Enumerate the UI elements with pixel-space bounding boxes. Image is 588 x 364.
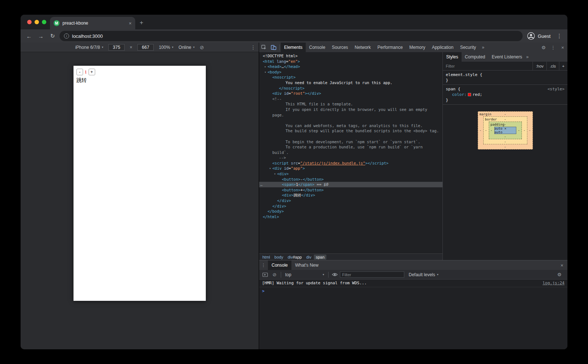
forward-button[interactable]: → — [36, 31, 46, 41]
eye-icon[interactable] — [330, 273, 339, 277]
dom-tree-node[interactable]: <!-- — [259, 96, 442, 102]
styles-tab-styles[interactable]: Styles — [443, 52, 462, 62]
log-levels-select[interactable]: Default levels ▾ — [405, 272, 442, 277]
dom-tree-node[interactable]: ▾<body> — [259, 69, 442, 75]
rotate-icon[interactable]: ⊘ — [200, 44, 204, 50]
disclosure-arrow-icon[interactable]: ▾ — [263, 70, 267, 75]
minimize-window-button[interactable] — [35, 20, 39, 24]
console-drawer-tab-what-s-new[interactable]: What's New — [291, 260, 322, 270]
dom-tree-node[interactable]: To begin the development, run `npm start… — [259, 139, 442, 145]
address-bar[interactable]: i localhost:3000 — [60, 31, 523, 41]
device-toolbar-toggle-icon[interactable] — [269, 43, 278, 52]
console-drawer-tab-console[interactable]: Console — [268, 260, 291, 270]
devtools-tab-network[interactable]: Network — [351, 43, 374, 52]
settings-gear-icon[interactable]: ⚙ — [539, 43, 548, 52]
dom-tree-node[interactable]: </body> — [259, 209, 442, 214]
devtools-tab-memory[interactable]: Memory — [406, 43, 429, 52]
breadcrumb-item[interactable]: div#app — [286, 255, 304, 260]
css-rule[interactable]: element.style {} — [443, 71, 567, 85]
device-width-input[interactable] — [108, 44, 125, 51]
dom-tree-node[interactable]: If you open it directly in the browser, … — [259, 107, 442, 112]
throttle-select[interactable]: Online ▾ — [179, 45, 195, 50]
devtools-tab-elements[interactable]: Elements — [281, 43, 306, 52]
toggle-class-button[interactable]: .cls — [546, 62, 559, 71]
browser-menu-icon[interactable]: ⋮ — [555, 33, 564, 39]
devtools-tab-console[interactable]: Console — [306, 43, 329, 52]
back-button[interactable]: ← — [24, 31, 34, 41]
dom-tree-node[interactable]: The build step will place the bundled sc… — [259, 128, 442, 134]
devtools-tab-application[interactable]: Application — [429, 43, 457, 52]
dom-tree-node[interactable]: </noscript> — [259, 86, 442, 91]
dom-tree-node[interactable]: </div> — [259, 203, 442, 209]
profile-button[interactable]: Guest — [525, 32, 553, 40]
rule-source-link[interactable]: <style> — [548, 86, 564, 92]
dom-tree-node[interactable]: page. — [259, 112, 442, 118]
zoom-select[interactable]: 100% ▾ — [159, 45, 173, 50]
inspect-element-icon[interactable] — [259, 43, 269, 52]
dom-tree-node[interactable]: You can add webfonts, meta tags, or anal… — [259, 123, 442, 129]
dom-tree-node[interactable]: ▾<div id="app"> — [259, 166, 442, 171]
drawer-menu-icon[interactable]: ⋮ — [259, 263, 268, 268]
dom-tree-node[interactable]: To create a production bundle, use `npm … — [259, 144, 442, 150]
browser-tab[interactable]: M preact-kbone × — [50, 17, 135, 29]
devtools-menu-icon[interactable]: ⋮ — [548, 43, 558, 52]
console-context-select[interactable]: top ▾ — [283, 272, 326, 277]
breadcrumb-item[interactable]: body — [273, 255, 285, 260]
dom-tree-node[interactable]: <button>+</button> — [259, 187, 442, 193]
console-settings-gear-icon[interactable]: ⚙ — [555, 272, 564, 277]
dom-tree-node[interactable]: <div>跳转</div> — [259, 192, 442, 198]
css-property[interactable]: color:red; — [446, 92, 564, 97]
jump-link[interactable]: 跳转 — [76, 77, 203, 84]
more-tabs-icon[interactable]: » — [479, 45, 487, 50]
device-height-input[interactable] — [137, 44, 154, 51]
breadcrumb-item[interactable]: html — [261, 255, 272, 260]
console-prompt[interactable]: > — [259, 287, 567, 295]
breadcrumb-item[interactable]: div — [304, 255, 313, 260]
dom-tree-node[interactable]: --> — [259, 155, 442, 161]
dom-tree-node[interactable]: <!DOCTYPE html> — [259, 53, 442, 59]
decrement-button[interactable]: - — [76, 69, 83, 75]
disclosure-arrow-icon[interactable]: ▸ — [263, 64, 267, 70]
drawer-close-icon[interactable]: × — [556, 263, 567, 268]
devtools-close-icon[interactable]: × — [558, 43, 567, 52]
dom-tree-node[interactable] — [259, 118, 442, 123]
reload-button[interactable]: ↻ — [48, 31, 57, 41]
css-rule[interactable]: <style>span {color:red;} — [443, 85, 567, 105]
dom-tree-node[interactable]: …<span>1</span> == $0 — [259, 182, 442, 187]
dom-tree-node[interactable]: <noscript> — [259, 75, 442, 80]
dom-tree-node[interactable]: build`. — [259, 150, 442, 155]
styles-tab-computed[interactable]: Computed — [462, 52, 488, 62]
devtools-tab-security[interactable]: Security — [457, 43, 479, 52]
tab-close-icon[interactable]: × — [129, 21, 132, 26]
new-tab-button[interactable]: + — [140, 19, 143, 26]
page-info-icon[interactable]: i — [64, 33, 69, 39]
maximize-window-button[interactable] — [42, 20, 46, 24]
dom-tree-node[interactable]: <div id="root"></div> — [259, 91, 442, 96]
devtools-tab-sources[interactable]: Sources — [329, 43, 351, 52]
styles-filter-input[interactable] — [443, 62, 533, 70]
log-source-link[interactable]: log.js:24 — [542, 281, 564, 285]
console-sidebar-toggle-icon[interactable] — [261, 273, 269, 277]
styles-tab-event-listeners[interactable]: Event Listeners — [488, 52, 526, 62]
styles-more-tabs-icon[interactable]: » — [526, 54, 529, 60]
device-toolbar-more-icon[interactable]: ⋮ — [251, 44, 256, 50]
breadcrumb-item[interactable]: span — [314, 255, 326, 260]
dom-tree-node[interactable]: You need to enable JavaScript to run thi… — [259, 80, 442, 86]
dom-tree-node[interactable]: ▾<div> — [259, 171, 442, 177]
dom-tree-node[interactable]: <html lang="en"> — [259, 59, 442, 64]
console-filter-input[interactable] — [340, 271, 404, 278]
disclosure-arrow-icon[interactable]: ▾ — [273, 172, 277, 177]
dom-tree-node[interactable]: <button>-</button> — [259, 177, 442, 182]
clear-console-icon[interactable]: ⊘ — [270, 272, 279, 277]
disclosure-arrow-icon[interactable]: ▾ — [268, 166, 272, 172]
dom-tree-node[interactable]: </html> — [259, 214, 442, 220]
dom-tree-node[interactable]: </div> — [259, 198, 442, 203]
toggle-pseudo-button[interactable]: :hov — [533, 62, 546, 71]
dom-tree-node[interactable]: ▸<head>…</head> — [259, 64, 442, 69]
box-model[interactable]: margin - - - - border - - - - — [443, 105, 567, 154]
increment-button[interactable]: + — [89, 69, 95, 75]
dom-tree-node[interactable] — [259, 134, 442, 139]
dom-tree-node[interactable]: <script src="/static/js/index.bundle.js"… — [259, 161, 442, 166]
devtools-tab-performance[interactable]: Performance — [374, 43, 406, 52]
color-swatch[interactable] — [468, 93, 471, 96]
